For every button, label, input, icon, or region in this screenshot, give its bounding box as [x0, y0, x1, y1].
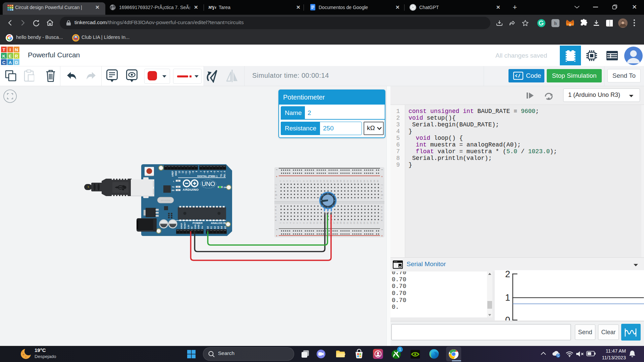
svg-text:K: K — [2, 54, 6, 59]
svg-text:D: D — [12, 9, 13, 11]
svg-text:E: E — [10, 7, 11, 9]
svg-text:1: 1 — [505, 293, 510, 303]
svg-text:T: T — [2, 47, 5, 52]
svg-text:N: N — [12, 5, 13, 6]
svg-text:C: C — [8, 9, 9, 11]
svg-text:N: N — [15, 47, 18, 52]
svg-text:I: I — [10, 5, 10, 6]
svg-text:A: A — [9, 60, 12, 65]
svg-text:A: A — [10, 9, 11, 11]
svg-text:h: h — [554, 21, 557, 26]
svg-text:2: 2 — [505, 270, 510, 279]
svg-text:K: K — [8, 7, 9, 9]
svg-text:I: I — [10, 47, 11, 52]
svg-text:T: T — [8, 5, 9, 6]
svg-text:0: 0 — [505, 315, 510, 320]
svg-text:E: E — [9, 54, 12, 59]
svg-text:R: R — [12, 7, 13, 9]
svg-text:MƔɛ: MƔɛ — [208, 5, 216, 10]
svg-text:R: R — [15, 54, 18, 59]
svg-text:C: C — [2, 60, 6, 65]
svg-text:D: D — [15, 60, 18, 65]
